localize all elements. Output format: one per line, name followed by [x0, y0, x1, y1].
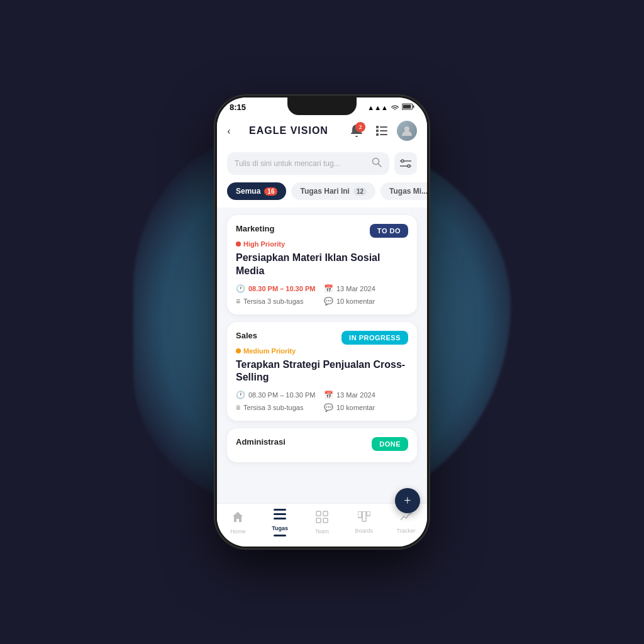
svg-point-12	[401, 160, 404, 162]
task-comments-1: 💬 10 komentar	[324, 297, 408, 306]
priority-dot-2	[236, 348, 241, 353]
nav-boards-label: Boards	[355, 528, 374, 534]
filter-button[interactable]	[394, 152, 417, 175]
svg-rect-2	[402, 105, 411, 109]
nav-boards[interactable]: Boards	[348, 511, 380, 534]
card-header-3: Administrasi DONE	[236, 437, 408, 451]
tabs-area: Semua 16 Tugas Hari Ini 12 Tugas Mi...	[217, 182, 427, 208]
task-time-text-1: 08.30 PM – 10.30 PM	[248, 285, 315, 292]
phone-screen: 8:15 ▲▲▲ ‹ EAGLE VISION 2	[217, 97, 427, 547]
priority-dot-1	[236, 242, 241, 247]
avatar[interactable]	[397, 121, 417, 141]
tab-semua-badge: 16	[264, 187, 277, 196]
svg-rect-24	[323, 518, 328, 523]
tab-hari-ini-badge: 12	[353, 187, 367, 196]
svg-rect-25	[358, 511, 362, 518]
nav-home[interactable]: Home	[222, 511, 253, 535]
svg-point-9	[404, 126, 409, 131]
list-button[interactable]	[372, 121, 392, 141]
tab-minggu-label: Tugas Mi...	[389, 187, 427, 196]
task-subtasks-1: ≡ Tersisa 3 sub-tugas	[236, 297, 320, 306]
subtask-icon-2: ≡	[236, 403, 240, 412]
search-icon[interactable]	[372, 157, 382, 170]
task-status-3[interactable]: DONE	[372, 437, 408, 451]
task-card-marketing: Marketing TO DO High Priority Persiapkan…	[227, 215, 417, 314]
task-comments-text-2: 10 komentar	[336, 404, 375, 411]
nav-tracker[interactable]: Tracker	[391, 511, 422, 534]
nav-active-indicator	[274, 535, 286, 536]
svg-rect-22	[323, 511, 328, 516]
tasks-icon	[274, 509, 286, 523]
app-title: EAGLE VISION	[237, 125, 340, 136]
svg-rect-23	[316, 518, 321, 523]
tab-hari-ini-label: Tugas Hari Ini	[300, 187, 349, 196]
phone-frame: 8:15 ▲▲▲ ‹ EAGLE VISION 2	[215, 96, 429, 548]
task-status-2[interactable]: IN PROGRESS	[341, 331, 408, 345]
calendar-icon-1: 📅	[324, 284, 333, 293]
priority-text-1: High Priority	[243, 240, 285, 248]
svg-rect-1	[413, 106, 414, 108]
svg-rect-21	[316, 511, 321, 516]
notification-badge: 2	[355, 122, 365, 132]
task-category-1: Marketing	[236, 224, 274, 233]
task-list: Marketing TO DO High Priority Persiapkan…	[217, 208, 427, 503]
tracker-icon	[400, 511, 413, 526]
task-date-2: 📅 13 Mar 2024	[324, 391, 408, 399]
clock-icon-2: 🕐	[236, 391, 245, 399]
task-time-2: 🕐 08.30 PM – 10.30 PM	[236, 391, 320, 399]
task-status-1[interactable]: TO DO	[370, 224, 408, 238]
nav-tracker-label: Tracker	[396, 528, 415, 534]
card-header-2: Sales IN PROGRESS	[236, 331, 408, 345]
task-subtasks-2: ≡ Tersisa 3 sub-tugas	[236, 403, 320, 412]
task-date-text-1: 13 Mar 2024	[336, 285, 375, 292]
task-category-2: Sales	[236, 331, 257, 340]
task-card-administrasi: Administrasi DONE	[227, 428, 417, 462]
nav-tasks[interactable]: Tugas	[264, 509, 296, 536]
main-content: Marketing TO DO High Priority Persiapkan…	[217, 208, 427, 503]
tab-minggu[interactable]: Tugas Mi...	[380, 182, 427, 200]
svg-rect-19	[274, 513, 286, 515]
task-comments-2: 💬 10 komentar	[324, 403, 408, 412]
fab-icon: +	[404, 494, 411, 504]
search-area: Tulis di sini untuk mencari tug...	[217, 147, 427, 182]
back-button[interactable]: ‹	[227, 125, 231, 138]
bottom-nav: Home Tugas Team Boards	[217, 503, 427, 547]
card-header-1: Marketing TO DO	[236, 224, 408, 238]
boards-icon	[358, 511, 370, 526]
notification-button[interactable]: 2	[347, 121, 367, 141]
comment-icon-2: 💬	[324, 403, 333, 412]
svg-rect-7	[376, 133, 379, 136]
task-priority-2: Medium Priority	[236, 347, 408, 355]
tab-semua-label: Semua	[236, 187, 260, 196]
task-card-sales: Sales IN PROGRESS Medium Priority Terapk…	[227, 322, 417, 421]
priority-text-2: Medium Priority	[243, 347, 296, 355]
search-placeholder: Tulis di sini untuk mencari tug...	[235, 159, 367, 168]
header-icons: 2	[347, 121, 417, 141]
svg-rect-6	[380, 130, 387, 131]
wifi-icon	[391, 104, 399, 111]
nav-team-label: Team	[315, 528, 329, 535]
task-subtasks-text-1: Tersisa 3 sub-tugas	[243, 297, 303, 305]
svg-rect-5	[376, 130, 379, 132]
svg-point-13	[408, 165, 410, 167]
task-title-2: Terapkan Strategi Penjualan Cross-Sellin…	[236, 358, 408, 385]
status-icons: ▲▲▲	[367, 103, 414, 111]
calendar-icon-2: 📅	[324, 391, 333, 399]
nav-team[interactable]: Team	[306, 511, 338, 535]
nav-tasks-label: Tugas	[272, 525, 288, 531]
svg-rect-18	[274, 509, 286, 511]
task-time-text-2: 08.30 PM – 10.30 PM	[248, 391, 315, 399]
card-meta-1: 🕐 08.30 PM – 10.30 PM 📅 13 Mar 2024 ≡ Te…	[236, 284, 408, 306]
card-meta-2: 🕐 08.30 PM – 10.30 PM 📅 13 Mar 2024 ≡ Te…	[236, 391, 408, 412]
tab-hari-ini[interactable]: Tugas Hari Ini 12	[291, 182, 375, 200]
task-title-1: Persiapkan Materi Iklan Sosial Media	[236, 252, 408, 278]
battery-icon	[402, 103, 414, 111]
tab-semua[interactable]: Semua 16	[227, 182, 286, 200]
signal-icon: ▲▲▲	[367, 104, 388, 111]
task-date-1: 📅 13 Mar 2024	[324, 284, 408, 293]
task-comments-text-1: 10 komentar	[336, 297, 375, 305]
status-time: 8:15	[230, 103, 246, 112]
search-bar[interactable]: Tulis di sini untuk mencari tug...	[227, 152, 389, 175]
comment-icon-1: 💬	[324, 297, 333, 306]
task-category-3: Administrasi	[236, 437, 286, 447]
